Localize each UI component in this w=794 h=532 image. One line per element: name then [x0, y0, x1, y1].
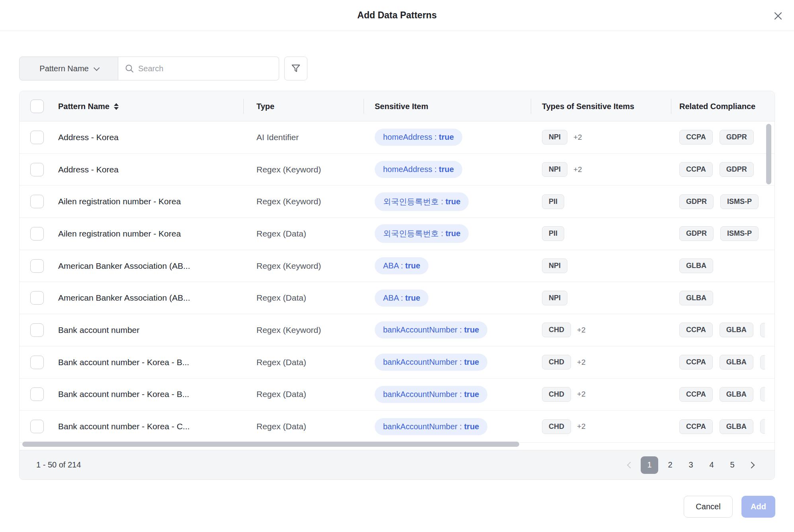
row-checkbox[interactable]	[30, 163, 44, 176]
vertical-scrollbar-thumb[interactable]	[766, 124, 771, 184]
column-header-pattern-name[interactable]: Pattern Name	[58, 91, 244, 121]
row-checkbox[interactable]	[30, 291, 44, 305]
compliance-tag: GLBA	[720, 355, 753, 370]
table-row[interactable]: American Banker Association (AB...Regex …	[20, 282, 774, 314]
chevron-left-icon	[627, 462, 634, 468]
search-icon	[125, 64, 134, 73]
compliance-cell: GDPRISMS-P	[671, 226, 765, 241]
page-title: Add Data Patterns	[357, 10, 436, 21]
sensitive-item-pill: 외국인등록번호 : true	[375, 192, 469, 211]
sensitive-item-cell: ABA : true	[364, 257, 531, 274]
pattern-name: Ailen registration number - Korea	[58, 229, 244, 239]
compliance-tag-clipped	[760, 419, 765, 434]
pattern-name: American Banker Association (AB...	[58, 293, 244, 303]
sensitive-type-tag: NPI	[542, 291, 567, 305]
select-all-checkbox[interactable]	[30, 100, 44, 113]
add-button[interactable]: Add	[741, 496, 775, 518]
filter-button[interactable]	[284, 57, 307, 80]
dialog-actions: Cancel Add	[684, 496, 775, 518]
compliance-tag: GDPR	[679, 226, 714, 241]
row-checkbox[interactable]	[30, 131, 44, 144]
compliance-tag: ISMS-P	[720, 194, 759, 209]
page-number-4[interactable]: 4	[703, 456, 720, 474]
pattern-name: American Banker Association (AB...	[58, 261, 244, 271]
row-checkbox[interactable]	[30, 387, 44, 401]
sensitive-type-tag: CHD	[542, 323, 571, 337]
table-row[interactable]: Bank account number - Korea - B...Regex …	[20, 379, 774, 411]
page-number-5[interactable]: 5	[724, 456, 741, 474]
table-row[interactable]: American Banker Association (AB...Regex …	[20, 250, 774, 282]
prev-page-button[interactable]	[623, 456, 638, 474]
sensitive-item-pill: homeAddress : true	[375, 161, 462, 178]
page-number-3[interactable]: 3	[682, 456, 700, 474]
pattern-name: Bank account number - Korea - B...	[58, 389, 244, 399]
funnel-icon	[290, 63, 301, 74]
table-row[interactable]: Address - KoreaAI IdentifierhomeAddress …	[20, 121, 774, 154]
sensitive-item-value: true	[439, 165, 454, 174]
pattern-type: Regex (Data)	[244, 358, 364, 367]
table-row[interactable]: Ailen registration number - KoreaRegex (…	[20, 218, 774, 250]
table-row[interactable]: Bank account number - Korea - C...Regex …	[20, 411, 774, 443]
search-field-selector[interactable]: Pattern Name	[19, 57, 118, 80]
pattern-type: Regex (Keyword)	[244, 261, 364, 271]
row-checkbox[interactable]	[30, 259, 44, 273]
row-checkbox-cell	[20, 259, 58, 273]
more-count: +2	[577, 390, 586, 399]
close-button[interactable]	[772, 10, 784, 22]
sensitive-type-tag: PII	[542, 194, 564, 209]
pattern-type: Regex (Keyword)	[244, 325, 364, 335]
row-checkbox-cell	[20, 356, 58, 369]
sensitive-item-cell: homeAddress : true	[364, 161, 531, 178]
sensitive-type-tag: CHD	[542, 355, 571, 370]
next-page-button[interactable]	[744, 456, 759, 474]
pattern-name: Address - Korea	[58, 165, 244, 174]
search-input[interactable]	[138, 64, 272, 73]
table-row[interactable]: Ailen registration number - KoreaRegex (…	[20, 186, 774, 218]
compliance-tag-clipped	[760, 323, 765, 337]
chevron-right-icon	[748, 462, 755, 468]
sensitive-type-tag: PII	[542, 226, 564, 241]
sensitive-types-cell: NPI	[531, 258, 671, 273]
compliance-cell: CCPAGDPR	[671, 162, 765, 177]
pattern-type: Regex (Data)	[244, 229, 364, 239]
sensitive-types-cell: CHD+2	[531, 387, 671, 402]
search-field-selector-label: Pattern Name	[39, 64, 88, 73]
page-number-2[interactable]: 2	[661, 456, 679, 474]
compliance-tag: ISMS-P	[720, 226, 759, 241]
table-row[interactable]: Bank account number - Korea - B...Regex …	[20, 346, 774, 379]
horizontal-scrollbar-thumb[interactable]	[22, 442, 519, 447]
sort-icon[interactable]	[114, 103, 119, 110]
chevron-down-icon	[94, 65, 100, 71]
compliance-tag: CCPA	[679, 355, 713, 370]
row-checkbox[interactable]	[30, 420, 44, 433]
column-header-types-of-sensitive-items: Types of Sensitive Items	[531, 91, 671, 121]
pattern-type: Regex (Keyword)	[244, 197, 364, 206]
sensitive-item-cell: bankAccountNumber : true	[364, 418, 531, 435]
row-checkbox[interactable]	[30, 195, 44, 208]
pattern-name: Ailen registration number - Korea	[58, 197, 244, 206]
cancel-button[interactable]: Cancel	[684, 496, 733, 518]
sensitive-item-value: true	[405, 293, 420, 302]
row-checkbox-cell	[20, 131, 58, 144]
pattern-name: Bank account number - Korea - C...	[58, 422, 244, 431]
sensitive-item-value: true	[464, 422, 479, 431]
compliance-tag: CCPA	[679, 130, 713, 145]
row-checkbox[interactable]	[30, 356, 44, 369]
sensitive-item-pill: 외국인등록번호 : true	[375, 224, 469, 243]
compliance-tag: GLBA	[720, 387, 753, 402]
page-number-1[interactable]: 1	[641, 456, 658, 474]
row-checkbox[interactable]	[30, 227, 44, 241]
compliance-cell: CCPAGLBA	[671, 419, 765, 434]
more-count: +2	[573, 165, 582, 174]
pattern-type: Regex (Keyword)	[244, 165, 364, 174]
table-row[interactable]: Bank account numberRegex (Keyword)bankAc…	[20, 314, 774, 346]
sensitive-type-tag: NPI	[542, 162, 567, 177]
compliance-tag: GDPR	[720, 162, 754, 177]
table-row[interactable]: Address - KoreaRegex (Keyword)homeAddres…	[20, 154, 774, 186]
sensitive-item-value: true	[405, 261, 420, 270]
row-checkbox-cell	[20, 291, 58, 305]
sensitive-item-cell: bankAccountNumber : true	[364, 321, 531, 338]
row-checkbox[interactable]	[30, 323, 44, 337]
close-icon	[773, 11, 783, 21]
sensitive-item-value: true	[464, 390, 479, 399]
